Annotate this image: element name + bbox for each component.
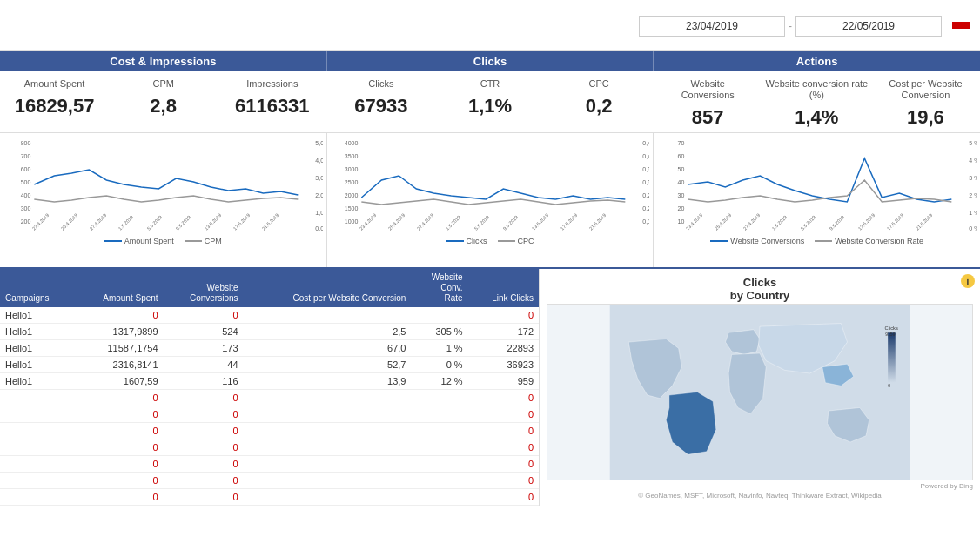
svg-text:2 %: 2 %	[970, 192, 977, 198]
table-row: 000	[0, 456, 539, 473]
svg-text:0,25: 0,25	[642, 192, 649, 198]
svg-text:1 %: 1 %	[970, 210, 977, 216]
table-row: 000	[0, 473, 539, 489]
supermetrics-logo	[952, 22, 970, 29]
legend-website-conversions: Website Conversions	[710, 237, 804, 245]
table-cell: 0	[164, 423, 244, 439]
svg-text:25.4.2019: 25.4.2019	[386, 213, 406, 232]
svg-text:500: 500	[21, 179, 31, 185]
svg-text:1.5.2019: 1.5.2019	[771, 215, 788, 231]
table-cell: 52,7	[244, 357, 412, 373]
svg-text:25.4.2019: 25.4.2019	[60, 213, 79, 232]
table-cell	[244, 473, 412, 489]
table-cell: 172	[468, 324, 539, 340]
svg-text:13.5.2019: 13.5.2019	[204, 213, 223, 232]
kpi-amount-spent: Amount Spent 16829,57	[0, 78, 109, 129]
table-cell: 36923	[468, 357, 539, 373]
table-cell	[0, 456, 74, 473]
kpi-impressions: Impressions 6116331	[218, 78, 326, 129]
svg-rect-69	[888, 333, 896, 383]
table-row: 000	[0, 439, 539, 456]
kpi-clicks-value: 67933	[326, 95, 435, 117]
map-geo-attribution: © GeoNames, MSFT, Microsoft, Navinfo, Na…	[547, 492, 973, 500]
header: -	[0, 0, 980, 51]
kpi-cpm: CPM 2,8	[109, 78, 218, 129]
table-cell	[244, 406, 412, 423]
table-row: Hello11607,5911613,912 %959	[0, 373, 539, 390]
table-row: Hello11317,98995242,5305 %172	[0, 324, 539, 340]
map-title: Clicksby Country	[547, 276, 973, 302]
date-dash: -	[789, 20, 792, 32]
table-cell: 0	[74, 439, 164, 456]
chart-actions: 70 60 50 40 30 20 10 5 % 4 % 3 % 2 % 1 %…	[654, 133, 980, 267]
chart-clicks: 4000 3500 3000 2500 2000 1500 1000 0,45 …	[327, 133, 654, 267]
bottom-section: Campaigns Amount Spent WebsiteConversion…	[0, 267, 980, 506]
svg-text:700: 700	[21, 153, 31, 159]
start-date-input[interactable]	[639, 16, 785, 37]
table-section[interactable]: Campaigns Amount Spent WebsiteConversion…	[0, 269, 540, 506]
svg-text:1.5.2019: 1.5.2019	[444, 215, 460, 231]
svg-text:0 %: 0 %	[970, 225, 977, 231]
svg-text:50: 50	[678, 166, 685, 172]
table-cell: 0	[164, 439, 244, 456]
kpi-cost-per-conversion: Cost per Website Conversion 19,6	[871, 78, 980, 129]
table-cell: 2316,8141	[74, 357, 164, 373]
table-cell: 13,9	[244, 373, 412, 390]
svg-text:0,45: 0,45	[642, 140, 649, 146]
table-cell: 0	[74, 506, 164, 507]
kpi-cpc: CPC 0,2	[545, 78, 654, 129]
table-cell: 1 %	[411, 340, 467, 357]
svg-text:23.4.2019: 23.4.2019	[358, 213, 377, 232]
legend-cpc-label: CPC	[518, 237, 534, 245]
table-cell: 0 %	[411, 357, 467, 373]
table-row: 000	[0, 406, 539, 423]
metrics-group-clicks: Clicks	[327, 51, 654, 71]
svg-text:70: 70	[678, 140, 685, 146]
svg-text:3 %: 3 %	[970, 175, 977, 181]
kpi-cpm-label: CPM	[109, 78, 218, 90]
table-cell	[411, 439, 467, 456]
metrics-group-cost: Cost & Impressions	[0, 51, 327, 71]
table-row: 000	[0, 423, 539, 439]
svg-text:1000: 1000	[344, 218, 358, 225]
th-campaigns: Campaigns	[0, 269, 74, 307]
kpi-website-conversions-value: 857	[654, 106, 762, 129]
table-cell	[244, 307, 412, 324]
svg-text:4000: 4000	[344, 140, 358, 146]
svg-text:5.5.2019: 5.5.2019	[800, 215, 816, 231]
table-cell: 44	[164, 357, 244, 373]
svg-text:200: 200	[21, 218, 31, 225]
legend-clicks: Clicks	[446, 237, 487, 245]
legend-conversion-rate: Website Conversion Rate	[815, 237, 923, 245]
legend-clicks-line	[446, 240, 464, 242]
end-date-input[interactable]	[795, 16, 942, 37]
svg-text:1.5.2019: 1.5.2019	[117, 215, 134, 231]
svg-text:40: 40	[678, 179, 685, 185]
table-cell	[244, 423, 412, 439]
kpi-row: Amount Spent 16829,57 CPM 2,8 Impression…	[0, 71, 980, 132]
table-cell: 2,5	[244, 324, 412, 340]
chart2-svg: 4000 3500 3000 2500 2000 1500 1000 0,45 …	[331, 137, 650, 232]
table-header-row: Campaigns Amount Spent WebsiteConversion…	[0, 269, 539, 307]
table-cell: 0	[74, 390, 164, 406]
table-cell: 1317,9899	[74, 324, 164, 340]
table-cell: 0	[468, 489, 539, 506]
svg-text:9.5.2019: 9.5.2019	[175, 215, 191, 231]
table-cell: 0	[164, 506, 244, 507]
svg-text:0,20: 0,20	[642, 205, 649, 211]
svg-text:20: 20	[678, 205, 685, 211]
legend-cpm-line	[185, 240, 202, 242]
svg-text:5 %: 5 %	[970, 140, 977, 146]
svg-text:3500: 3500	[344, 153, 358, 159]
svg-text:5.5.2019: 5.5.2019	[473, 215, 489, 231]
svg-text:21.5.2019: 21.5.2019	[915, 213, 934, 232]
date-section: -	[628, 14, 942, 37]
svg-text:800: 800	[21, 140, 31, 146]
th-conv-rate: WebsiteConv.Rate	[411, 269, 467, 307]
table-cell: 305 %	[411, 324, 467, 340]
table-cell	[411, 307, 467, 324]
kpi-conversion-rate: Website conversion rate (%) 1,4%	[762, 78, 871, 129]
th-link-clicks: Link Clicks	[468, 269, 539, 307]
svg-text:2500: 2500	[344, 179, 358, 185]
table-cell	[244, 390, 412, 406]
